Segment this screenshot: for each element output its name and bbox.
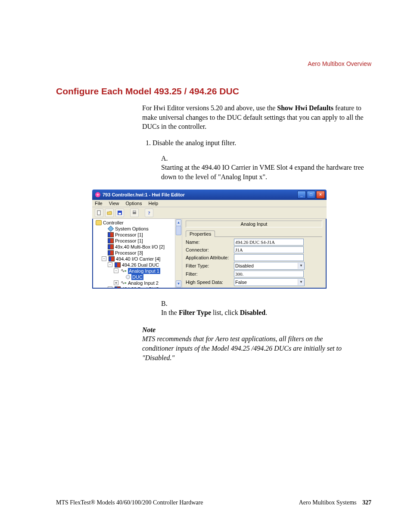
footer-right-text: Aero Multibox Systems: [299, 499, 357, 506]
properties-panel-title: Analog Input: [186, 221, 322, 227]
label-filter-type: Filter Type:: [186, 263, 234, 268]
expander-minus-icon[interactable]: -: [102, 256, 106, 261]
scroll-down-icon[interactable]: ▼: [176, 280, 181, 287]
card-icon: [108, 244, 114, 249]
close-button[interactable]: ×: [316, 191, 325, 199]
analog-input-icon: [121, 269, 127, 273]
page-footer: MTS FlexTest® Models 40/60/100/200 Contr…: [56, 499, 371, 506]
input-connector[interactable]: [234, 246, 304, 253]
hwi-editor-window: 793 Controller.hwi:1 - Hwi File Editor _…: [92, 190, 327, 289]
tree-controller[interactable]: Controller: [103, 220, 124, 226]
step-1b: B. In the Filter Type list, click Disabl…: [161, 299, 372, 317]
menu-options[interactable]: Options: [126, 201, 142, 206]
input-filter[interactable]: [234, 271, 304, 277]
card-icon: [115, 286, 121, 288]
step-1: Disable the analog input filter.: [153, 139, 372, 147]
card-icon: [108, 250, 114, 255]
minimize-button[interactable]: _: [297, 191, 306, 199]
analog-input-icon: [121, 281, 127, 285]
svg-rect-5: [133, 211, 136, 212]
new-icon[interactable]: [95, 208, 103, 217]
svg-rect-4: [133, 212, 136, 214]
properties-panel: Analog Input Properties Name: Connector:…: [182, 219, 326, 288]
label-connector: Connector:: [186, 247, 234, 252]
label-high-speed-data: High Speed Data:: [186, 280, 234, 285]
intro-paragraph: For Hwi Editor versions 5.20 and above, …: [142, 103, 372, 131]
card-icon: [108, 238, 114, 243]
tree-scrollbar[interactable]: ▲ ▼: [175, 219, 182, 288]
intro-pre: For Hwi Editor versions 5.20 and above, …: [142, 104, 277, 112]
menu-bar[interactable]: File View Options Help: [92, 200, 327, 207]
intro-bold: Show Hwi Defaults: [277, 104, 333, 112]
window-titlebar[interactable]: 793 Controller.hwi:1 - Hwi File Editor _…: [92, 190, 327, 200]
chevron-down-icon[interactable]: ▼: [298, 263, 304, 269]
tab-properties[interactable]: Properties: [186, 230, 215, 237]
tree-duc-2[interactable]: 494.26 Dual DUC: [122, 286, 159, 288]
tree-processor-3[interactable]: Processor [3]: [115, 250, 143, 256]
diamond-icon: [108, 225, 114, 231]
tree-processor-1b[interactable]: Processor [1]: [115, 238, 143, 244]
svg-rect-3: [118, 213, 121, 215]
expander-plus-icon[interactable]: +: [108, 286, 112, 288]
maximize-button[interactable]: □: [307, 191, 315, 199]
expander-plus-icon[interactable]: +: [114, 280, 118, 285]
tree-processor-1[interactable]: Processor [1]: [115, 232, 143, 238]
combo-filter-type-value: Disabled: [235, 263, 254, 268]
tree-multibox-io[interactable]: 49x.40 Multi-Box I/O [2]: [115, 244, 165, 250]
note-label: Note: [142, 325, 168, 335]
svg-rect-1: [97, 211, 100, 215]
menu-file[interactable]: File: [95, 201, 103, 206]
scroll-up-icon[interactable]: ▲: [176, 219, 181, 226]
save-icon[interactable]: [115, 208, 124, 217]
combo-high-speed-data[interactable]: False ▼: [234, 278, 305, 286]
chevron-down-icon[interactable]: ▼: [298, 279, 304, 285]
duc-dot-icon: [126, 275, 130, 279]
combo-filter-type[interactable]: Disabled ▼: [234, 262, 305, 270]
note-block: Note MTS recommends that for Aero test a…: [142, 325, 372, 362]
app-icon: [95, 192, 101, 198]
controller-icon: [96, 220, 102, 225]
tree-duc-1[interactable]: 494.26 Dual DUC: [122, 262, 159, 268]
menu-help[interactable]: Help: [149, 201, 159, 206]
print-icon[interactable]: [130, 208, 139, 217]
card-icon: [109, 256, 115, 261]
expander-minus-icon[interactable]: -: [114, 268, 118, 273]
label-filter: Filter:: [186, 271, 234, 277]
toolbar: ?: [92, 207, 327, 219]
tree-system-options[interactable]: System Options: [115, 226, 149, 232]
step-1b-letter: B.: [161, 299, 173, 308]
help-icon[interactable]: ?: [145, 208, 153, 217]
step-1a-text: Starting at the 494.40 IO Carrier in VME…: [161, 163, 368, 181]
step-1a: A. Starting at the 494.40 IO Carrier in …: [161, 154, 372, 182]
tree-io-carrier-4[interactable]: 494.40 I/O Carrier [4]: [116, 256, 160, 262]
note-text: MTS recommends that for Aero test applic…: [142, 334, 349, 362]
tree-analog-input-2[interactable]: Analog Input 2: [128, 280, 159, 286]
hardware-tree-panel[interactable]: Controller System Options Processor [1] …: [93, 219, 182, 288]
window-title: 793 Controller.hwi:1 - Hwi File Editor: [103, 192, 185, 197]
card-icon: [115, 262, 121, 268]
tree-duc-node[interactable]: DUC: [131, 274, 143, 280]
input-name[interactable]: [234, 239, 304, 246]
combo-hsd-value: False: [235, 280, 247, 285]
open-icon[interactable]: [105, 208, 114, 217]
section-title: Configure Each Model 493.25 / 494.26 DUC: [56, 86, 372, 96]
footer-left: MTS FlexTest® Models 40/60/100/200 Contr…: [56, 499, 203, 506]
header-section-label: Aero Multibox Overview: [308, 60, 371, 67]
menu-view[interactable]: View: [109, 201, 119, 206]
step-1a-letter: A.: [161, 154, 173, 163]
input-app-attribute[interactable]: [234, 254, 304, 261]
tree-analog-input-1[interactable]: Analog Input 1: [128, 268, 160, 274]
scroll-thumb[interactable]: [176, 226, 181, 235]
label-app-attribute: Application Attribute:: [186, 255, 234, 260]
expander-minus-icon[interactable]: -: [108, 262, 112, 267]
step-1b-text: In the Filter Type list, click Disabled.: [161, 308, 368, 317]
card-icon: [108, 232, 114, 237]
label-name: Name:: [186, 240, 234, 245]
footer-page-number: 327: [362, 499, 371, 506]
